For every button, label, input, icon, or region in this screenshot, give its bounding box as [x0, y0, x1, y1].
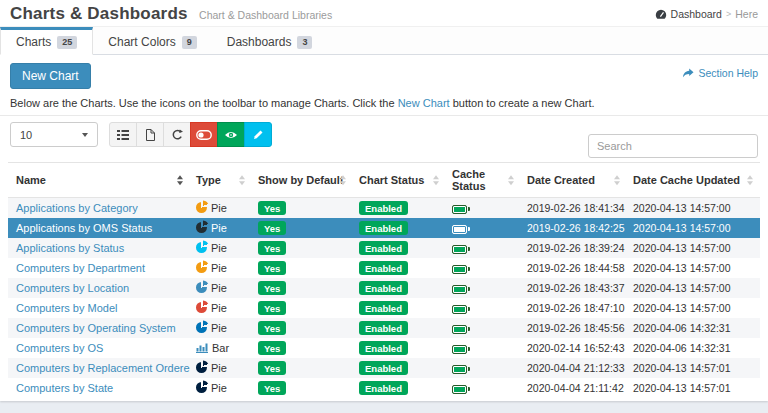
chart-type-label: Pie [211, 222, 227, 234]
column-header-chart-status[interactable]: Chart Status [353, 163, 446, 198]
show-by-default-badge: Yes [258, 381, 286, 395]
edit-button[interactable] [244, 122, 272, 147]
chart-name-link[interactable]: Computers by Operating System [16, 322, 176, 334]
refresh-button[interactable] [163, 122, 191, 147]
chart-name-link[interactable]: Applications by Status [16, 242, 124, 254]
column-header-label: Cache Status [452, 168, 486, 192]
column-header-date-created[interactable]: Date Created [521, 163, 627, 198]
date-created-cell: 2019-02-26 18:41:34 [521, 198, 627, 219]
column-header-name[interactable]: Name [8, 163, 190, 198]
column-header-label: Name [16, 174, 46, 186]
table-header-row: Name Type Show by Default Chart Status C… [8, 163, 760, 198]
sort-icon[interactable] [177, 175, 183, 185]
sort-icon[interactable] [433, 175, 439, 185]
table-row[interactable]: Computers by OS Bar Yes Enabled 2020-02-… [8, 338, 760, 358]
pie-chart-icon [196, 202, 207, 213]
date-created-cell: 2019-02-26 18:45:56 [521, 318, 627, 338]
chart-type-label: Bar [212, 342, 229, 354]
chart-name-link[interactable]: Computers by OS [16, 342, 103, 354]
battery-full-icon [452, 385, 467, 394]
date-cache-updated-cell: 2020-04-13 14:57:00 [627, 298, 760, 318]
battery-full-icon [452, 245, 467, 254]
tab-chart-colors[interactable]: Chart Colors 9 [93, 27, 211, 54]
date-cache-updated-cell: 2020-04-13 14:57:00 [627, 238, 760, 258]
column-header-type[interactable]: Type [190, 163, 252, 198]
sort-icon[interactable] [747, 175, 753, 185]
chart-status-badge: Enabled [359, 241, 408, 255]
table-row[interactable]: Computers by Location Pie Yes Enabled 20… [8, 278, 760, 298]
sort-icon[interactable] [508, 175, 514, 185]
table-row[interactable]: Computers by Replacement Ordered Pie Yes… [8, 358, 760, 378]
disable-toggle-button[interactable] [190, 122, 218, 147]
show-by-default-badge: Yes [258, 201, 286, 215]
tab-label: Charts [16, 35, 51, 49]
date-created-cell: 2020-04-04 21:12:33 [521, 358, 627, 378]
view-button[interactable] [217, 122, 245, 147]
chart-name-link[interactable]: Computers by Model [16, 302, 118, 314]
search-input[interactable] [588, 134, 758, 158]
tab-dashboards[interactable]: Dashboards 3 [212, 27, 328, 54]
new-chart-button[interactable]: New Chart [10, 63, 91, 89]
export-file-button[interactable] [136, 122, 164, 147]
table-row[interactable]: Applications by OMS Status Pie Yes Enabl… [8, 218, 760, 238]
page-length-select[interactable]: 10 [10, 122, 98, 147]
panel-toolbar-top: New Chart Section Help [10, 63, 758, 89]
tab-count-badge: 3 [297, 36, 312, 49]
table-row[interactable]: Computers by State Pie Yes Enabled 2020-… [8, 378, 760, 398]
chart-status-badge: Enabled [359, 281, 408, 295]
section-help-link[interactable]: Section Help [682, 67, 758, 79]
pie-chart-icon [196, 242, 207, 253]
sort-icon[interactable] [239, 175, 245, 185]
column-header-label: Chart Status [359, 174, 424, 186]
chart-name-link[interactable]: Computers by State [16, 382, 113, 394]
table-controls: 10 [10, 122, 758, 158]
date-cache-updated-cell: 2020-04-13 14:57:00 [627, 198, 760, 219]
chart-status-badge: Enabled [359, 261, 408, 275]
date-cache-updated-cell: 2020-04-13 14:57:00 [627, 278, 760, 298]
chart-type-label: Pie [211, 382, 227, 394]
page-title: Charts & Dashboards [10, 4, 188, 23]
table-row[interactable]: Computers by Model Pie Yes Enabled 2019-… [8, 298, 760, 318]
app-window: Charts & Dashboards Chart & Dashboard Li… [0, 0, 768, 401]
chart-name-link[interactable]: Computers by Replacement Ordered [16, 362, 190, 374]
chart-name-link[interactable]: Computers by Department [16, 262, 145, 274]
tab-count-badge: 9 [182, 36, 197, 49]
chart-name-link[interactable]: Computers by Location [16, 282, 129, 294]
new-chart-inline-link[interactable]: New Chart [398, 97, 450, 109]
date-cache-updated-cell: 2020-04-13 14:57:00 [627, 258, 760, 278]
share-icon [682, 68, 694, 78]
charts-table: Name Type Show by Default Chart Status C… [8, 162, 760, 398]
pie-chart-icon [196, 382, 207, 393]
sort-icon[interactable] [340, 175, 346, 185]
chart-type-label: Pie [211, 262, 227, 274]
sort-icon[interactable] [614, 175, 620, 185]
battery-full-icon [452, 305, 467, 314]
column-header-date-cache-updated[interactable]: Date Cache Updated [627, 163, 760, 198]
table-row[interactable]: Applications by Category Pie Yes Enabled… [8, 198, 760, 219]
column-header-label: Show by Default [258, 174, 344, 186]
chart-status-badge: Enabled [359, 381, 408, 395]
pie-chart-icon [196, 282, 207, 293]
table-row[interactable]: Computers by Operating System Pie Yes En… [8, 318, 760, 338]
breadcrumb-separator: > [726, 9, 731, 19]
show-by-default-badge: Yes [258, 341, 286, 355]
battery-full-icon [452, 365, 467, 374]
chart-name-link[interactable]: Applications by OMS Status [16, 222, 152, 234]
chart-name-link[interactable]: Applications by Category [16, 202, 138, 214]
chart-type-label: Pie [211, 282, 227, 294]
chart-type-label: Pie [211, 322, 227, 334]
table-row[interactable]: Applications by Status Pie Yes Enabled 2… [8, 238, 760, 258]
column-header-cache-status[interactable]: Cache Status [446, 163, 521, 198]
description-text-after: button to create a new Chart. [450, 97, 595, 109]
table-row[interactable]: Computers by Department Pie Yes Enabled … [8, 258, 760, 278]
chart-type-label: Pie [211, 242, 227, 254]
chart-type-label: Pie [211, 362, 227, 374]
chart-status-badge: Enabled [359, 201, 408, 215]
column-header-show-by-default[interactable]: Show by Default [252, 163, 353, 198]
column-header-label: Date Cache Updated [633, 174, 740, 186]
tab-charts[interactable]: Charts 25 [0, 27, 93, 55]
breadcrumb-dashboard-link[interactable]: Dashboard [671, 8, 722, 20]
pencil-icon [253, 129, 264, 140]
column-list-button[interactable] [109, 122, 137, 147]
date-cache-updated-cell: 2020-04-06 14:32:31 [627, 338, 760, 358]
